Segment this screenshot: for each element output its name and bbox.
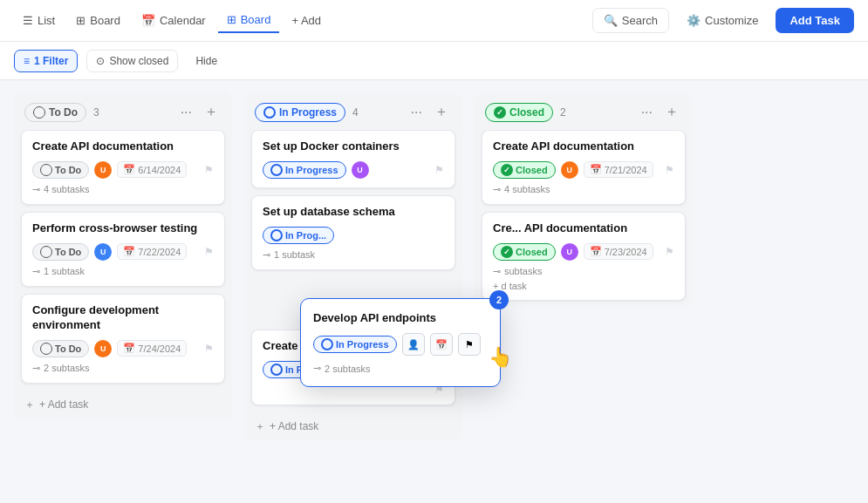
flag-button[interactable]: ⚑	[665, 246, 674, 258]
inprogress-pill-icon	[270, 364, 283, 376]
popup-card: 2 Develop API endpoints In Progress 👤 📅 …	[300, 298, 501, 387]
closed-pill-icon: ✓	[501, 246, 513, 258]
todo-cards: Create API documentation To Do U 📅 6/14/…	[14, 130, 232, 391]
todo-label: To Do	[49, 106, 78, 119]
nav-right: 🔍 Search ⚙️ Customize Add Task	[592, 8, 854, 33]
add-task-todo-button[interactable]: ＋ + Add task	[14, 391, 232, 419]
show-closed-button[interactable]: ⊙ Show closed	[86, 50, 178, 72]
subtasks: ⊸ 1 subtask	[263, 249, 444, 261]
card-create-api-closed-2[interactable]: Cre... API documentation ✓ Closed U 📅 7/…	[482, 212, 686, 301]
nav-board-active-label: Board	[241, 13, 271, 26]
search-icon: 🔍	[604, 14, 618, 27]
nav-board-1[interactable]: ⊞ Board	[67, 9, 129, 32]
card-create-api-todo[interactable]: Create API documentation To Do U 📅 6/14/…	[21, 130, 225, 205]
todo-pill-icon	[40, 246, 52, 258]
card-title: Cre... API documentation	[493, 221, 674, 236]
popup-subtasks: ⊸ 2 subtasks	[313, 363, 488, 374]
card-meta: ✓ Closed U 📅 7/21/2024 ⚑	[493, 161, 674, 179]
flag-button[interactable]: ⚑	[204, 246, 214, 258]
todo-add-button[interactable]: ＋	[201, 101, 222, 123]
status-pill-inprogress: In Progress	[263, 161, 346, 179]
popup-date-button[interactable]: 📅	[430, 333, 453, 356]
subtasks: ⊸ 1 subtask	[32, 266, 214, 277]
closed-add-button[interactable]: ＋	[661, 101, 682, 123]
card-db-schema[interactable]: Set up database schema In Prog... ⊸ 1 su…	[251, 195, 455, 270]
card-title: Create API documentation	[493, 139, 674, 154]
card-title: Create API documentation	[32, 139, 214, 154]
inprogress-pill-icon	[270, 229, 283, 241]
add-task-inprogress-button[interactable]: ＋ + Add task	[244, 412, 462, 441]
card-title: Set up Docker containers	[263, 139, 444, 154]
nav-board-1-label: Board	[90, 14, 120, 27]
popup-status-pill[interactable]: In Progress	[313, 336, 397, 353]
closed-more-button[interactable]: ···	[638, 103, 656, 122]
calendar-icon: 📅	[123, 246, 135, 257]
hide-button[interactable]: Hide	[187, 51, 226, 71]
show-closed-icon: ⊙	[96, 55, 105, 67]
flag-button[interactable]: ⚑	[204, 164, 214, 176]
flag-button[interactable]: ⚑	[204, 343, 214, 355]
todo-col-actions: ··· ＋	[177, 101, 222, 123]
nav-list[interactable]: ☰ List	[14, 9, 64, 32]
todo-icon	[33, 106, 45, 119]
popup-card-title: Develop API endpoints	[313, 311, 488, 324]
add-task-label: Add Task	[789, 14, 840, 27]
inprogress-count: 4	[352, 106, 359, 119]
calendar-icon: 📅	[141, 14, 155, 27]
card-dev-env[interactable]: Configure development environment To Do …	[21, 294, 225, 384]
column-inprogress: In Progress 4 ··· ＋ Set up Docker contai…	[244, 92, 462, 441]
calendar-icon: 📅	[123, 343, 135, 354]
calendar-icon: 📅	[590, 246, 602, 257]
date-badge: 📅 7/22/2024	[117, 243, 187, 260]
closed-badge: ✓ Closed	[485, 103, 553, 122]
card-meta: In Prog...	[263, 227, 444, 244]
card-title: Set up database schema	[263, 205, 444, 220]
avatar: U	[94, 161, 112, 179]
card-create-api-closed[interactable]: Create API documentation ✓ Closed U 📅 7/…	[482, 130, 686, 205]
gear-icon: ⚙️	[687, 14, 701, 27]
nav-add[interactable]: + Add	[283, 9, 330, 32]
closed-count: 2	[560, 106, 566, 119]
card-meta: To Do U 📅 6/14/2024 ⚑	[32, 161, 214, 179]
in-prog-label-partial: In Prog...	[285, 230, 326, 241]
status-pill-todo: To Do	[32, 243, 89, 261]
search-button[interactable]: 🔍 Search	[592, 8, 669, 33]
card-cross-browser[interactable]: Perform cross-browser testing To Do U 📅 …	[21, 212, 225, 287]
flag-button[interactable]: ⚑	[434, 164, 444, 176]
column-closed-header: ✓ Closed 2 ··· ＋	[475, 92, 693, 130]
inprogress-more-button[interactable]: ···	[407, 103, 426, 122]
filter-button[interactable]: ≡ 1 Filter	[14, 50, 78, 72]
inprogress-badge: In Progress	[255, 103, 345, 122]
nav-calendar-label: Calendar	[160, 14, 206, 27]
avatar: U	[94, 243, 112, 261]
card-title: Configure development environment	[32, 303, 214, 333]
nav-calendar[interactable]: 📅 Calendar	[133, 9, 215, 32]
column-todo: To Do 3 ··· ＋ Create API documentation T…	[14, 92, 232, 419]
subtask-icon: ⊸	[263, 249, 270, 261]
inprogress-pill-icon	[270, 164, 283, 176]
subtask-icon: ⊸	[32, 184, 40, 195]
card-docker[interactable]: Set up Docker containers In Progress U ⚑	[251, 130, 455, 188]
card-meta: In Progress U ⚑	[263, 161, 444, 179]
customize-label: Customize	[705, 14, 758, 27]
add-task-button[interactable]: Add Task	[776, 8, 854, 33]
popup-assign-button[interactable]: 👤	[402, 333, 425, 356]
nav-add-label: + Add	[291, 14, 321, 27]
nav-list-label: List	[38, 14, 55, 27]
inprogress-add-button[interactable]: ＋	[431, 101, 452, 123]
card-meta: ✓ Closed U 📅 7/23/2024 ⚑	[493, 243, 674, 261]
flag-button[interactable]: ⚑	[665, 164, 674, 176]
nav-board-active[interactable]: ⊞ Board	[218, 8, 280, 33]
inprogress-label: In Progress	[279, 106, 337, 119]
avatar: U	[352, 161, 369, 179]
popup-flag-button[interactable]: ⚑	[458, 333, 481, 356]
todo-count: 3	[93, 106, 99, 119]
inprogress-icon	[263, 106, 276, 119]
inprogress-col-actions: ··· ＋	[407, 101, 452, 123]
add-icon: ＋	[24, 398, 35, 412]
customize-button[interactable]: ⚙️ Customize	[676, 9, 769, 32]
todo-more-button[interactable]: ···	[177, 103, 195, 122]
subtask-icon: ⊸	[32, 363, 40, 374]
subtasks: ⊸ 2 subtasks	[32, 363, 214, 374]
list-icon: ☰	[23, 14, 33, 27]
